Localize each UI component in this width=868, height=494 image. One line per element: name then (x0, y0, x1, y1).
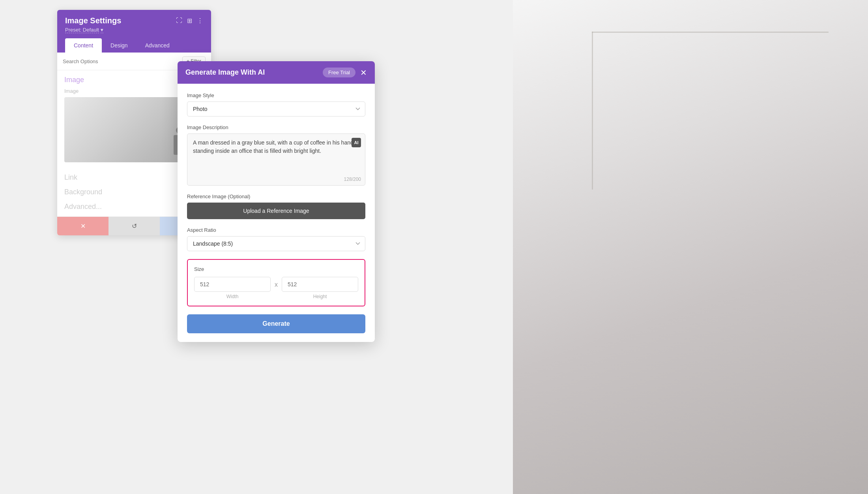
tab-content[interactable]: Content (65, 38, 102, 53)
sidebar-header: Image Settings ⛶ ⊞ ⋮ Preset: Default ▾ C… (57, 10, 211, 53)
image-style-field: Image Style Photo Illustration Painting … (187, 92, 365, 116)
background-room-panel (513, 0, 868, 494)
tab-advanced[interactable]: Advanced (137, 38, 178, 53)
height-label: Height (282, 294, 358, 299)
columns-icon[interactable]: ⊞ (187, 17, 192, 24)
undo-button[interactable]: ↺ (108, 217, 160, 235)
reference-image-field: Reference Image (Optional) Upload a Refe… (187, 193, 365, 219)
textarea-wrapper: A man dressed in a gray blue suit, with … (187, 133, 365, 186)
sidebar-title: Image Settings (65, 16, 121, 25)
height-input[interactable] (282, 277, 358, 292)
generate-button[interactable]: Generate (187, 314, 365, 333)
modal-close-button[interactable]: ✕ (360, 69, 367, 77)
reference-image-label: Reference Image (Optional) (187, 193, 365, 199)
size-label: Size (194, 266, 358, 272)
image-description-label: Image Description (187, 124, 365, 130)
image-description-textarea[interactable]: A man dressed in a gray blue suit, with … (187, 134, 365, 173)
modal-title: Generate Image With AI (185, 68, 265, 77)
image-description-field: Image Description A man dressed in a gra… (187, 124, 365, 186)
size-section: Size Width x Height (187, 259, 365, 306)
free-trial-badge: Free Trial (323, 68, 355, 77)
ai-badge: AI (352, 138, 361, 147)
modal-header-right: Free Trial ✕ (323, 68, 367, 77)
width-input[interactable] (194, 277, 271, 292)
cancel-button[interactable]: ✕ (57, 217, 108, 235)
ai-modal: Generate Image With AI Free Trial ✕ Imag… (178, 61, 375, 342)
modal-header: Generate Image With AI Free Trial ✕ (178, 61, 375, 84)
aspect-ratio-field: Aspect Ratio Landscape (8:5) Portrait (5… (187, 227, 365, 251)
aspect-ratio-label: Aspect Ratio (187, 227, 365, 233)
search-input[interactable] (63, 58, 179, 64)
more-icon[interactable]: ⋮ (197, 17, 203, 24)
modal-body: Image Style Photo Illustration Painting … (178, 84, 375, 342)
cancel-icon: ✕ (80, 222, 86, 230)
char-count: 128/200 (187, 175, 365, 185)
size-x-divider: x (275, 281, 278, 288)
undo-icon: ↺ (132, 222, 137, 230)
upload-reference-button[interactable]: Upload a Reference Image (187, 203, 365, 219)
size-inputs-row: Width x Height (194, 277, 358, 299)
width-input-group: Width (194, 277, 271, 299)
room-image (513, 0, 868, 494)
width-label: Width (194, 294, 271, 299)
sidebar-preset: Preset: Default ▾ (65, 27, 203, 33)
image-style-label: Image Style (187, 92, 365, 98)
maximize-icon[interactable]: ⛶ (176, 17, 182, 24)
sidebar-header-icons: ⛶ ⊞ ⋮ (176, 17, 203, 24)
tab-design[interactable]: Design (102, 38, 137, 53)
aspect-ratio-select[interactable]: Landscape (8:5) Portrait (5:8) Square (1… (187, 236, 365, 251)
height-input-group: Height (282, 277, 358, 299)
sidebar-tabs: Content Design Advanced (65, 38, 203, 53)
image-style-select[interactable]: Photo Illustration Painting Sketch 3D Re… (187, 101, 365, 116)
